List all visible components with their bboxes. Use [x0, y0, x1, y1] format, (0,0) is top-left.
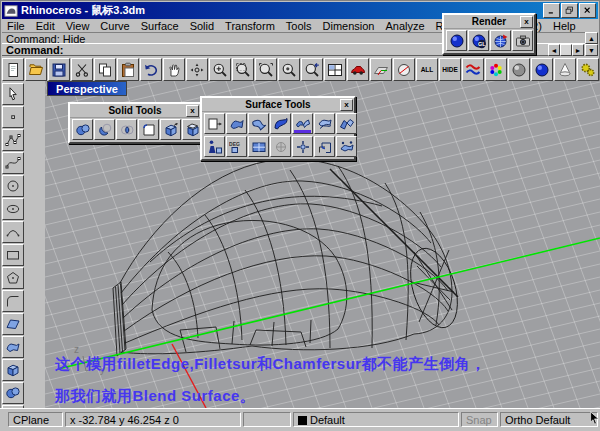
ellipse-button[interactable] [2, 198, 24, 220]
zoom-dynamic-button[interactable] [209, 58, 231, 81]
rebuild-surface-button[interactable] [204, 136, 225, 157]
main-toolbar: ALLHIDE? [2, 57, 598, 81]
offset-surface-button[interactable] [314, 113, 335, 134]
mouse-cursor [588, 411, 600, 427]
layer-name: Default [310, 414, 345, 426]
scroll-down-button[interactable]: ▼ [585, 44, 598, 56]
render-current-icon [449, 33, 465, 49]
match-surface-button[interactable] [270, 136, 291, 157]
rotate-view-button[interactable] [186, 58, 208, 81]
named-view-button[interactable] [393, 58, 415, 81]
close-button[interactable] [579, 3, 596, 18]
fillet-edge-icon [141, 122, 157, 138]
save-file-button[interactable] [48, 58, 70, 81]
curve-sketch-button[interactable] [2, 152, 24, 174]
zoom-window-button[interactable] [232, 58, 254, 81]
solid-box-button[interactable] [2, 359, 24, 381]
corner-patch-button[interactable] [314, 136, 335, 157]
adjust-blend-button[interactable] [336, 136, 357, 157]
new-file-button[interactable] [2, 58, 24, 81]
menu-edit[interactable]: Edit [36, 20, 55, 32]
render-photo-button[interactable] [512, 30, 533, 51]
menu-help[interactable]: Help [553, 20, 576, 32]
chamfer-surface-button[interactable] [248, 113, 269, 134]
curve-control-button[interactable] [2, 129, 24, 151]
hscroll-left-button[interactable]: ◄ [548, 44, 560, 56]
polygon-button[interactable] [2, 267, 24, 289]
single-point-button[interactable] [2, 106, 24, 128]
adjust-blend-icon [339, 139, 355, 155]
zoom-window-icon [235, 62, 251, 78]
zoom-dynamic-icon [212, 62, 228, 78]
boolean-difference-button[interactable] [94, 119, 115, 140]
render-view-button[interactable] [531, 58, 553, 81]
viewport-layout-button[interactable] [324, 58, 346, 81]
render-opengl-button[interactable]: GL [468, 30, 489, 51]
pan-view-button[interactable] [163, 58, 185, 81]
menu-surface[interactable]: Surface [141, 20, 179, 32]
surface-patch-button[interactable] [2, 336, 24, 358]
shade-view-button[interactable] [508, 58, 530, 81]
ortho-toggle[interactable]: Ortho Default [500, 412, 598, 427]
boolean-intersection-button[interactable] [116, 119, 137, 140]
menu-transform[interactable]: Transform [225, 20, 275, 32]
hscroll-right-button[interactable]: ► [572, 44, 584, 56]
restore-button[interactable] [561, 3, 578, 18]
menu-tools[interactable]: Tools [286, 20, 312, 32]
select-pointer-button[interactable] [2, 83, 24, 105]
fillet-surfaces-pair-button[interactable] [336, 113, 357, 134]
cplane-button[interactable] [370, 58, 392, 81]
open-file-icon [28, 62, 44, 78]
open-file-button[interactable] [25, 58, 47, 81]
fillet-curve-button[interactable] [2, 290, 24, 312]
options-button[interactable] [577, 58, 599, 81]
viewport-tab-perspective[interactable]: Perspective [47, 81, 127, 96]
menu-file[interactable]: File [7, 20, 25, 32]
arc-button[interactable] [2, 221, 24, 243]
scroll-up-button[interactable]: ▲ [585, 32, 598, 44]
car-button[interactable] [347, 58, 369, 81]
blend-surface-button[interactable] [292, 113, 313, 134]
boolean-union-button[interactable] [72, 119, 93, 140]
menu-view[interactable]: View [66, 20, 90, 32]
surface-tools-close-icon[interactable]: x [340, 99, 353, 111]
menu-solid[interactable]: Solid [190, 20, 214, 32]
zoom-selected-button[interactable] [255, 58, 277, 81]
snap-toggle[interactable]: Snap [461, 412, 498, 427]
extrude-solid-button[interactable] [160, 119, 181, 140]
surface-3pt-button[interactable] [2, 313, 24, 335]
menu-dimension[interactable]: Dimension [323, 20, 375, 32]
curvature-analysis-button[interactable] [462, 58, 484, 81]
spotlight-button[interactable] [554, 58, 576, 81]
paste-button[interactable] [117, 58, 139, 81]
zoom-extents-button[interactable] [278, 58, 300, 81]
render-current-button[interactable] [446, 30, 467, 51]
merge-surface-button[interactable] [248, 136, 269, 157]
hscroll-thumb[interactable] [560, 44, 572, 56]
circle-button[interactable] [2, 175, 24, 197]
extend-surface-button[interactable] [204, 113, 225, 134]
minimize-button[interactable] [543, 3, 560, 18]
fillet-edge-button[interactable] [138, 119, 159, 140]
cut-button[interactable] [71, 58, 93, 81]
zoom-undo-button[interactable] [301, 58, 323, 81]
menu-curve[interactable]: Curve [100, 20, 129, 32]
color-wheel-button[interactable] [485, 58, 507, 81]
hide-objects-button[interactable]: HIDE [439, 58, 461, 81]
fillet-surface-button[interactable] [226, 113, 247, 134]
copy-button[interactable] [94, 58, 116, 81]
render-preview-button[interactable] [490, 30, 511, 51]
cplane-button[interactable]: CPlane [8, 412, 63, 427]
layer-indicator[interactable]: Default [293, 412, 459, 427]
undo-button[interactable] [140, 58, 162, 81]
symmetry-surface-button[interactable] [292, 136, 313, 157]
rotate-view-icon [189, 62, 205, 78]
boolean-spheres-button[interactable] [2, 382, 24, 404]
zoom-all-button[interactable]: ALL [416, 58, 438, 81]
rectangle-button[interactable] [2, 244, 24, 266]
change-degree-button[interactable]: DEG [226, 136, 247, 157]
render-palette-close-icon[interactable]: x [520, 16, 533, 28]
menu-analyze[interactable]: Analyze [385, 20, 424, 32]
blend-ribbon-button[interactable] [270, 113, 291, 134]
solid-tools-close-icon[interactable]: x [186, 105, 199, 117]
